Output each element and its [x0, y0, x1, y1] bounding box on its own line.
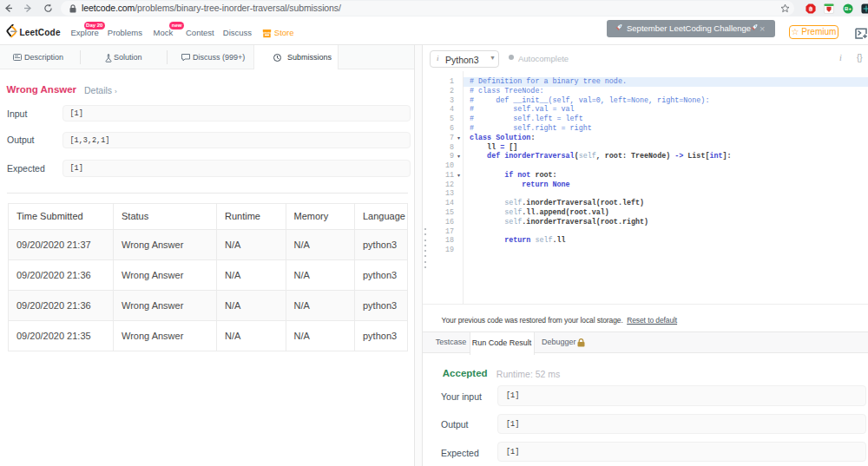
svg-text:B+: B+ — [845, 6, 852, 11]
